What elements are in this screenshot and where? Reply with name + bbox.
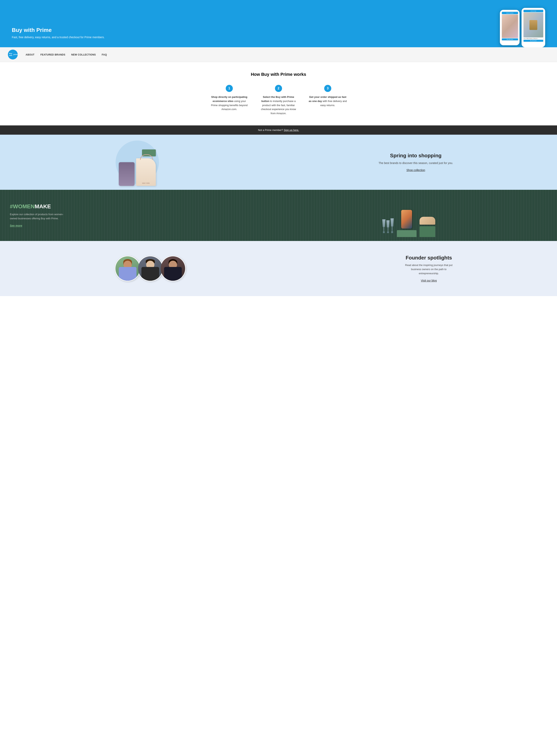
nav-logo: Buy with prime [8,50,18,59]
signup-link[interactable]: Sign up here. [284,128,299,131]
women-section: #WOMENMAKE Explore our collection of pro… [0,190,557,241]
hero-title: Buy with Prime [12,27,105,33]
main-nav: Buy with prime ABOUT FEATURED BRANDS NEW… [0,47,557,62]
prime-banner-text: Not a Prime member? [258,128,283,131]
phone-podium [397,230,416,237]
founder-title: Founder spotlights [309,255,549,261]
spring-title: Spring into shopping [283,153,549,159]
steps-container: 1 Shop directly on participating ecommer… [8,85,549,116]
spring-cta[interactable]: Shop collection [407,169,425,172]
women-description: Explore our collection of products from … [10,212,65,221]
nav-item-faq[interactable]: FAQ [102,53,107,56]
phone-screen-bar-2: niche & ritual [524,10,543,12]
women-title: #WOMENMAKE [10,203,251,210]
how-it-works-section: How Buy with Prime works 1 Shop directly… [0,62,557,125]
founder-avatar-2 [138,256,163,281]
spring-section: NEW YORK Spring into shopping The best b… [0,135,557,190]
spring-bag-group: NEW YORK [136,149,156,186]
hero-phones: bossy cosmetics Buy with prime niche & r… [500,8,545,47]
women-cta[interactable]: See more [10,224,22,227]
spring-left: NEW YORK [0,135,274,190]
product-display [382,210,435,237]
nav-item-collections[interactable]: NEW COLLECTIONS [71,53,96,56]
founder-body-2 [141,267,159,281]
phone-cta-1: Buy with prime [502,38,518,40]
women-left: #WOMENMAKE Explore our collection of pro… [0,195,260,235]
phone-screen-image-1 [502,14,518,38]
shoe-podium [419,217,435,237]
phone-info: Fast, FREE Delivery & Returns ✓ [524,38,543,39]
founder-section: Founder spotlights Read about the inspir… [0,241,557,296]
phone-mockup-1: bossy cosmetics Buy with prime [500,10,520,45]
hero-text: Buy with Prime Fast, free delivery, easy… [12,27,105,47]
spring-item-bag: NEW YORK [136,158,156,186]
shoe-podium-base [419,226,435,237]
shoe-item [419,217,435,224]
phone-case-podium [397,210,416,237]
phone-screen-image-2 [524,12,543,37]
martini-glasses [382,218,394,233]
glass-3 [390,218,394,233]
nav-item-featured[interactable]: FEATURED BRANDS [40,53,65,56]
prime-banner: Not a Prime member? Sign up here. [0,125,557,135]
step-3-text: Get your order shipped as fast as one da… [308,95,347,107]
founder-description: Read about the inspiring journeys that p… [401,263,456,275]
step-3-number: 3 [324,85,331,92]
founder-avatar-1 [115,256,140,281]
founder-right: Founder spotlights Read about the inspir… [300,247,557,290]
hero-section: Buy with Prime Fast, free delivery, easy… [0,0,557,47]
spring-description: The best brands to discover this season,… [283,161,549,165]
phone-screen-bar-1: bossy cosmetics [502,12,518,14]
founder-circle-2 [138,256,163,281]
founder-avatar-3 [161,256,185,281]
phone-case-item [401,210,412,229]
spring-item-tablet [119,162,135,186]
founder-circle-1 [115,256,141,281]
glass-2 [386,220,390,233]
nav-links: ABOUT FEATURED BRANDS NEW COLLECTIONS FA… [26,53,107,56]
step-2-text: Select the Buy with Prime button to inst… [259,95,298,116]
founder-circles [115,256,186,281]
glass-1 [382,219,386,233]
step-2: 2 Select the Buy with Prime button to in… [259,85,298,116]
founder-cta[interactable]: Visit our blog [421,279,437,282]
how-it-works-title: How Buy with Prime works [8,72,549,77]
hero-subtitle: Fast, free delivery, easy returns, and a… [12,35,105,39]
step-3: 3 Get your order shipped as fast as one … [308,85,347,116]
founder-left [0,250,300,287]
women-right [260,190,557,241]
women-hashtag: # [10,203,13,209]
step-1: 1 Shop directly on participating ecommer… [210,85,249,116]
step-2-number: 2 [275,85,282,92]
step-1-number: 1 [226,85,233,92]
spring-items: NEW YORK [119,149,156,186]
spring-right: Spring into shopping The best brands to … [274,145,557,180]
founder-body-3 [164,267,182,281]
phone-mockup-2: niche & ritual Fast, FREE Delivery & Ret… [522,8,545,47]
women-highlight: WOMEN [13,203,35,209]
phone-cta-2: Buy with prime [524,40,543,42]
step-1-text: Shop directly on participating ecommerce… [210,95,249,112]
nav-item-about[interactable]: ABOUT [26,53,34,56]
founder-circle-3 [160,256,186,281]
founder-body-1 [119,267,137,281]
